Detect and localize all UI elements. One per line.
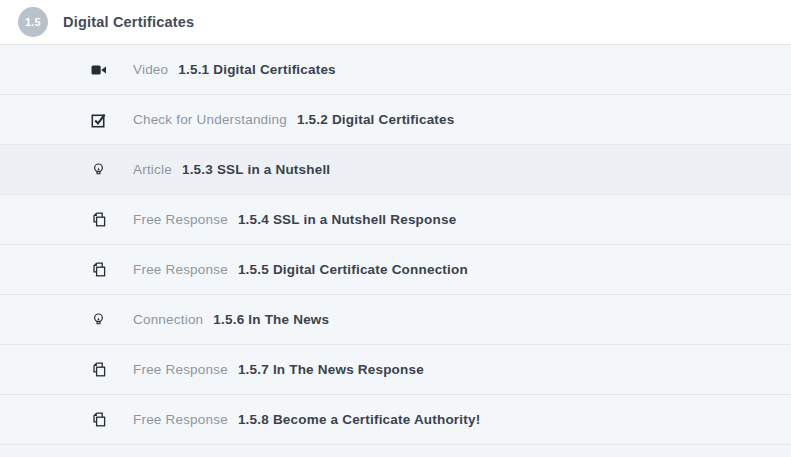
item-type-label: Free Response bbox=[133, 262, 228, 277]
curriculum-section: 1.5 Digital Certificates Video 1.5.1 Dig… bbox=[0, 0, 791, 457]
lesson-row[interactable]: Free Response 1.5.7 In The News Response bbox=[0, 345, 791, 395]
section-number-badge: 1.5 bbox=[18, 7, 48, 37]
item-type-label: Free Response bbox=[133, 212, 228, 227]
section-title: Digital Certificates bbox=[63, 14, 194, 30]
next-row-partial bbox=[0, 445, 791, 457]
pages-icon bbox=[90, 411, 107, 428]
item-type-label: Free Response bbox=[133, 362, 228, 377]
item-title: 1.5.1 Digital Certificates bbox=[178, 62, 336, 77]
lightbulb-icon bbox=[90, 161, 107, 178]
lesson-row[interactable]: Free Response 1.5.5 Digital Certificate … bbox=[0, 245, 791, 295]
lesson-row[interactable]: Article 1.5.3 SSL in a Nutshell bbox=[0, 145, 791, 195]
lesson-row[interactable]: Connection 1.5.6 In The News bbox=[0, 295, 791, 345]
lesson-row[interactable]: Free Response 1.5.8 Become a Certificate… bbox=[0, 395, 791, 445]
item-type-label: Connection bbox=[133, 312, 203, 327]
video-icon bbox=[90, 61, 107, 78]
item-type-label: Article bbox=[133, 162, 172, 177]
section-header[interactable]: 1.5 Digital Certificates bbox=[0, 0, 791, 45]
lesson-list: Video 1.5.1 Digital Certificates Check f… bbox=[0, 45, 791, 445]
pages-icon bbox=[90, 361, 107, 378]
item-title: 1.5.3 SSL in a Nutshell bbox=[182, 162, 330, 177]
lesson-row[interactable]: Video 1.5.1 Digital Certificates bbox=[0, 45, 791, 95]
item-title: 1.5.4 SSL in a Nutshell Response bbox=[238, 212, 456, 227]
pages-icon bbox=[90, 261, 107, 278]
lightbulb-icon bbox=[90, 311, 107, 328]
item-type-label: Free Response bbox=[133, 412, 228, 427]
item-title: 1.5.2 Digital Certificates bbox=[297, 112, 455, 127]
pages-icon bbox=[90, 211, 107, 228]
lesson-row[interactable]: Check for Understanding 1.5.2 Digital Ce… bbox=[0, 95, 791, 145]
lesson-row[interactable]: Free Response 1.5.4 SSL in a Nutshell Re… bbox=[0, 195, 791, 245]
item-type-label: Check for Understanding bbox=[133, 112, 287, 127]
item-title: 1.5.8 Become a Certificate Authority! bbox=[238, 412, 480, 427]
check-icon bbox=[90, 111, 107, 128]
item-title: 1.5.6 In The News bbox=[213, 312, 329, 327]
item-title: 1.5.7 In The News Response bbox=[238, 362, 424, 377]
item-type-label: Video bbox=[133, 62, 168, 77]
item-title: 1.5.5 Digital Certificate Connection bbox=[238, 262, 468, 277]
